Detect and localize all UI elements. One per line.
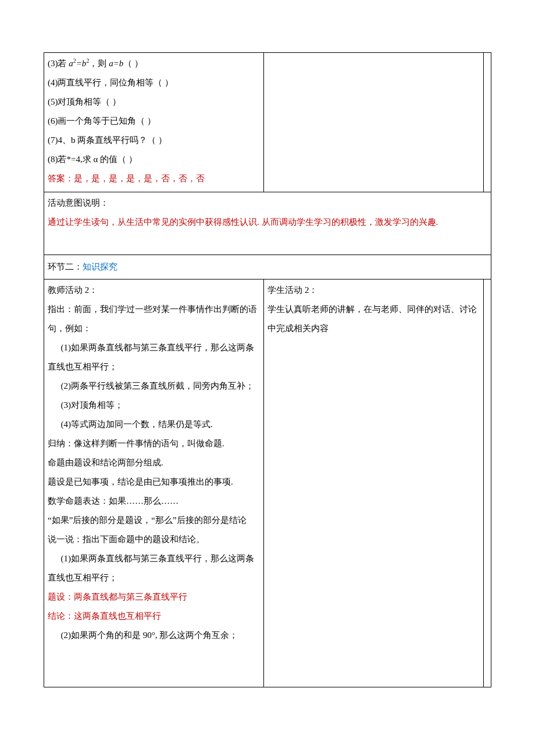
- q3-line: (3)若 a2=b2，则 a=b（ ）: [48, 54, 260, 73]
- cell-strip-1: [484, 53, 491, 192]
- teacher-a2: 结论：这两条直线也互相平行: [48, 607, 260, 626]
- cell-empty-right: [264, 53, 484, 192]
- cell-activity-intent: 活动意图说明： 通过让学生读句，从生活中常见的实例中获得感性认识. 从而调动学生…: [44, 192, 491, 255]
- teacher-title: 教师活动 2：: [48, 281, 260, 300]
- teacher-i3: (3)对顶角相等；: [48, 396, 260, 415]
- q3-a: (3)若: [48, 59, 69, 68]
- q3-b: a: [69, 59, 73, 68]
- student-title: 学生活动 2：: [268, 281, 480, 300]
- teacher-i2: (2)两条平行线被第三条直线所截，同旁内角互补；: [48, 377, 260, 396]
- teacher-p3: 命题由题设和结论两部分组成.: [48, 453, 260, 472]
- answers-line: 答案：是，是，是，是，是，否，否，否: [48, 169, 260, 188]
- q3-d: =b: [76, 59, 87, 68]
- intent-title: 活动意图说明：: [48, 194, 487, 213]
- cell-strip-2: [484, 280, 491, 687]
- intent-body: 通过让学生读句，从生活中常见的实例中获得感性认识. 从而调动学生学习的积极性，激…: [48, 213, 487, 232]
- teacher-p6: “如果”后接的部分是题设，“那么”后接的部分是结论: [48, 511, 260, 530]
- q5-line: (5)对顶角相等（ ）: [48, 92, 260, 112]
- q7-line: (7)4、b 两条直线平行吗？（ ）: [48, 131, 260, 150]
- teacher-p7: 说一说：指出下面命题中的题设和结论。: [48, 530, 260, 549]
- q8-line: (8)若*=4,求 α 的值（ ）: [48, 150, 260, 169]
- cell-questions: (3)若 a2=b2，则 a=b（ ） (4)两直线平行，同位角相等（ ） (5…: [44, 53, 264, 192]
- student-body: 学生认真听老师的讲解，在与老师、同伴的对话、讨论中完成相关内容: [268, 300, 480, 338]
- teacher-p4: 题设是已知事项，结论是由已知事项推出的事项.: [48, 472, 260, 492]
- q4-line: (4)两直线平行，同位角相等（ ）: [48, 73, 260, 92]
- q3-f: ，则: [89, 59, 109, 68]
- section-title: 知识探究: [83, 262, 117, 271]
- teacher-i4: (4)等式两边加同一个数，结果仍是等式.: [48, 415, 260, 434]
- teacher-p2: 归纳：像这样判断一件事情的语句，叫做命题.: [48, 434, 260, 453]
- teacher-p5: 数学命题表达：如果……那么……: [48, 492, 260, 511]
- q6-line: (6)画一个角等于已知角（ ）: [48, 112, 260, 131]
- cell-teacher-activity: 教师活动 2： 指出：前面，我们学过一些对某一件事情作出判断的语句，例如： (1…: [44, 280, 264, 687]
- section-lead: 环节二：: [48, 262, 83, 271]
- teacher-s1: (1)如果两条直线都与第三条直线平行，那么这两条直线也互相平行；: [48, 549, 260, 587]
- teacher-p1: 指出：前面，我们学过一些对某一件事情作出判断的语句，例如：: [48, 300, 260, 338]
- q3-h: （ ）: [123, 59, 143, 68]
- q3-g: a=b: [109, 59, 123, 68]
- cell-student-activity: 学生活动 2： 学生认真听老师的讲解，在与老师、同伴的对话、讨论中完成相关内容: [264, 280, 484, 687]
- teacher-i1: (1)如果两条直线都与第三条直线平行，那么这两条直线也互相平行；: [48, 338, 260, 377]
- cell-section-header: 环节二：知识探究: [44, 255, 491, 280]
- teacher-a1: 题设：两条直线都与第三条直线平行: [48, 587, 260, 607]
- teacher-s2: (2)如果两个角的和是 90°, 那么这两个角互余；: [48, 626, 260, 645]
